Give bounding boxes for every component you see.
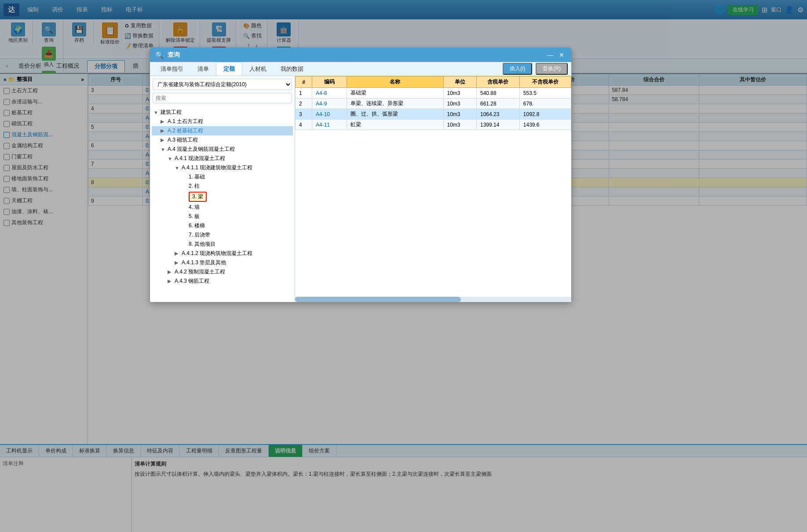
tree-node-a3[interactable]: ▶ A.3 砌筑工程 [152, 135, 293, 145]
result-cell-notax-price: 553.5 [519, 88, 571, 98]
tree-node-label-foundation: 1. 基础 [189, 173, 205, 181]
tree-node-a1[interactable]: ▶ A.1 土石方工程 [152, 117, 293, 126]
tree-node-foundation[interactable]: 1. 基础 [152, 172, 293, 182]
tree-node-a412[interactable]: ▶ A.4.1.2 现浇构筑物混凝土工程 [152, 249, 293, 258]
modal-replace-btn[interactable]: 普换(R) [536, 63, 568, 75]
tree-node-label-a1: A.1 土石方工程 [168, 118, 203, 125]
tree-node-postpour[interactable]: 7. 后浇带 [152, 230, 293, 240]
result-cell-tax-price: 1399.14 [476, 120, 519, 130]
result-col-code: 编码 [312, 77, 347, 88]
tree-node-label-a411: A.4.1.1 现浇建筑物混凝土工程 [182, 164, 252, 171]
tree-node-label-a42: A.4.2 预制混凝土工程 [175, 268, 225, 276]
modal-overlay[interactable]: 🔍 查询 — ✕ 清单指引 清单 定额 人材机 我的数据 插入(I) 普换(R) [0, 0, 807, 532]
result-cell-unit: 10m3 [443, 98, 476, 109]
result-row[interactable]: 1 A4-8 基础梁 10m3 540.88 553.5 [296, 88, 571, 98]
tree-node-label-a413: A.4.1.3 垫层及其他 [182, 259, 226, 266]
tree-node-a413[interactable]: ▶ A.4.1.3 垫层及其他 [152, 258, 293, 267]
modal-tab-quota[interactable]: 定额 [216, 62, 242, 76]
modal-search-input[interactable] [153, 93, 292, 103]
modal-right-panel: # 编码 名称 单位 含税单价 不含税单价 1 A4-8 [295, 76, 571, 302]
result-col-name: 名称 [347, 77, 443, 88]
modal-left-panel: 广东省建筑与装饰工程综合定额(2010) ▼ 建筑工程 ▶ A.1 土石方工程 [150, 76, 295, 302]
result-col-notax-price: 不含税单价 [519, 77, 571, 88]
modal-tab-my-data[interactable]: 我的数据 [274, 62, 310, 76]
modal-results-table-area: # 编码 名称 单位 含税单价 不含税单价 1 A4-8 [295, 76, 571, 297]
modal-tree: ▼ 建筑工程 ▶ A.1 土石方工程 ▶ A.2 桩基础工程 [150, 106, 295, 302]
tree-arrow-a41: ▼ [168, 156, 173, 161]
tree-arrow: ▼ [153, 110, 159, 115]
result-cell-notax-price: 1092.8 [519, 109, 571, 120]
tree-node-label-a412: A.4.1.2 现浇构筑物混凝土工程 [182, 250, 252, 257]
result-cell-unit: 10m3 [443, 120, 476, 130]
modal-tab-list-guide[interactable]: 清单指引 [153, 62, 190, 76]
tree-node-construction[interactable]: ▼ 建筑工程 [152, 108, 293, 117]
result-row[interactable]: 4 A4-11 虹梁 10m3 1399.14 1439.6 [296, 120, 571, 130]
modal-tabs: 清单指引 清单 定额 人材机 我的数据 插入(I) 普换(R) [150, 62, 571, 76]
tree-arrow-a1: ▶ [161, 119, 166, 124]
result-col-tax-price: 含税单价 [476, 77, 519, 88]
tree-node-a2[interactable]: ▶ A.2 桩基础工程 [152, 126, 293, 135]
tree-node-label-column: 2. 柱 [189, 182, 200, 190]
tree-node-label: 建筑工程 [161, 109, 182, 116]
tree-arrow-a411: ▼ [175, 165, 180, 171]
quota-library-select[interactable]: 广东省建筑与装饰工程综合定额(2010) [153, 79, 292, 90]
result-cell-name: 单梁、连续梁、异形梁 [347, 98, 443, 109]
modal-header-buttons: — ✕ [546, 51, 566, 59]
tree-node-a43[interactable]: ▶ A.4.3 钢筋工程 [152, 277, 293, 286]
tree-node-other-items[interactable]: 8. 其他项目 [152, 240, 293, 249]
modal-minimize-btn[interactable]: — [546, 51, 555, 59]
result-cell-tax-price: 540.88 [476, 88, 519, 98]
query-modal: 🔍 查询 — ✕ 清单指引 清单 定额 人材机 我的数据 插入(I) 普换(R) [150, 47, 572, 302]
tree-node-label-wall: 4. 墙 [189, 204, 200, 211]
tree-node-wall[interactable]: 4. 墙 [152, 203, 293, 212]
result-cell-tax-price: 1064.23 [476, 109, 519, 120]
tree-node-beam[interactable]: 3. 梁 [152, 191, 293, 203]
modal-tab-labor[interactable]: 人材机 [242, 62, 274, 76]
tree-node-label-beam: 3. 梁 [189, 192, 207, 202]
result-cell-notax-price: 1439.6 [519, 120, 571, 130]
tree-node-column[interactable]: 2. 柱 [152, 182, 293, 191]
result-cell-code: A4-10 [312, 109, 347, 120]
tree-node-label-a43: A.4.3 钢筋工程 [175, 277, 209, 285]
result-cell-unit: 10m3 [443, 109, 476, 120]
result-cell-no: 2 [296, 98, 312, 109]
modal-scrollbar[interactable] [295, 297, 571, 302]
tree-node-stairs[interactable]: 6. 楼梯 [152, 221, 293, 230]
result-cell-tax-price: 661.28 [476, 98, 519, 109]
tree-node-label-stairs: 6. 楼梯 [189, 222, 205, 230]
result-cell-no: 4 [296, 120, 312, 130]
result-cell-name: 圈、过、拱、弧形梁 [347, 109, 443, 120]
modal-tab-list[interactable]: 清单 [190, 62, 216, 76]
tree-node-a42[interactable]: ▶ A.4.2 预制混凝土工程 [152, 267, 293, 277]
tree-node-label-slab: 5. 板 [189, 213, 200, 220]
tree-node-a411[interactable]: ▼ A.4.1.1 现浇建筑物混凝土工程 [152, 163, 293, 172]
tree-arrow-a43: ▶ [168, 278, 173, 284]
result-cell-code: A4-8 [312, 88, 347, 98]
tree-node-label-postpour: 7. 后浇带 [189, 231, 210, 239]
modal-close-btn[interactable]: ✕ [557, 51, 566, 59]
tree-node-label-a3: A.3 砌筑工程 [168, 136, 198, 144]
result-cell-notax-price: 678. [519, 98, 571, 109]
result-row-selected[interactable]: 3 A4-10 圈、过、拱、弧形梁 10m3 1064.23 1092.8 [296, 109, 571, 120]
tree-node-a41[interactable]: ▼ A.4.1 现浇混凝土工程 [152, 154, 293, 163]
modal-insert-btn[interactable]: 插入(I) [503, 63, 532, 75]
result-cell-name: 虹梁 [347, 120, 443, 130]
result-row[interactable]: 2 A4-9 单梁、连续梁、异形梁 10m3 661.28 678. [296, 98, 571, 109]
modal-header: 🔍 查询 — ✕ [150, 48, 571, 62]
tree-arrow-a3: ▶ [161, 137, 166, 143]
result-cell-no: 3 [296, 109, 312, 120]
tree-node-slab[interactable]: 5. 板 [152, 212, 293, 221]
result-col-no: # [296, 77, 312, 88]
modal-body: 广东省建筑与装饰工程综合定额(2010) ▼ 建筑工程 ▶ A.1 土石方工程 [150, 76, 571, 302]
result-cell-no: 1 [296, 88, 312, 98]
tree-node-a4[interactable]: ▼ A.4 混凝土及钢筋混凝土工程 [152, 145, 293, 154]
result-cell-unit: 10m3 [443, 88, 476, 98]
tree-node-label-other-items: 8. 其他项目 [189, 240, 215, 248]
modal-scrollbar-thumb [295, 297, 461, 302]
tree-node-label-a4: A.4 混凝土及钢筋混凝土工程 [168, 146, 235, 153]
tree-arrow-a4: ▼ [161, 147, 166, 152]
result-cell-code: A4-9 [312, 98, 347, 109]
result-col-unit: 单位 [443, 77, 476, 88]
result-cell-name: 基础梁 [347, 88, 443, 98]
tree-arrow-a413: ▶ [175, 260, 180, 266]
